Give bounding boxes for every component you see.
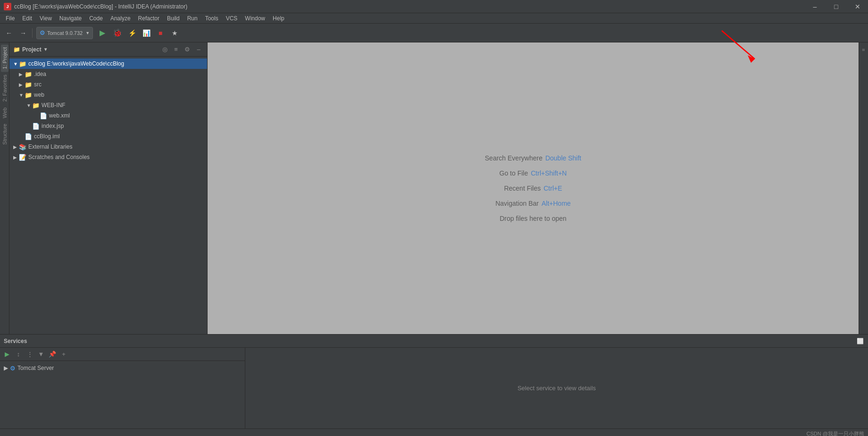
tab-web[interactable]: Web [1, 105, 8, 121]
right-icons: ≡ [859, 42, 868, 334]
services-tree: ▶ ⚙ Tomcat Server [0, 361, 245, 428]
services-right-panel: Select service to view details [245, 348, 868, 428]
minimize-button[interactable]: – [804, 0, 826, 13]
menu-view[interactable]: View [36, 13, 56, 24]
tab-favorites[interactable]: 2: Favorites [1, 72, 8, 104]
hint-nav-bar: Navigation Bar Alt+Home [495, 200, 571, 207]
menu-refactor[interactable]: Refactor [134, 13, 163, 24]
tree-arrow-idea: ▶ [19, 72, 25, 77]
services-header-icons: ⬜ [856, 337, 864, 345]
tab-project[interactable]: 1: Project [1, 44, 8, 72]
settings-button[interactable]: ⚙ [183, 45, 192, 54]
tree-arrow-webinf: ▼ [26, 103, 32, 108]
tree-label-src: src [34, 81, 42, 88]
tree-label-scratches: Scratches and Consoles [28, 154, 90, 160]
tree-label-webinf: WEB-INF [42, 102, 66, 109]
services-panel: Services ⬜ ▶ ↕ ⋮ ▼ 📌 + ▶ ⚙ [0, 334, 868, 428]
tree-item-webinf[interactable]: ▼ 📁 WEB-INF [9, 100, 207, 110]
project-panel: 📁 Project ▼ ◎ ≡ ⚙ – ▼ 📁 ccBlog E:\wor [9, 42, 208, 334]
jsp-icon: 📄 [32, 123, 40, 130]
services-maximize-button[interactable]: ⬜ [856, 337, 864, 345]
tab-structure[interactable]: Structure [1, 121, 8, 148]
menu-navigate[interactable]: Navigate [56, 13, 85, 24]
tree-item-ccblogiml[interactable]: 📄 ccBlog.iml [9, 131, 207, 142]
folder-webinf-icon: 📁 [32, 102, 40, 109]
services-panel-header: Services ⬜ [0, 335, 868, 348]
scratches-icon: 📝 [19, 154, 26, 161]
project-label: Project [22, 46, 42, 53]
config-dropdown-arrow: ▼ [85, 31, 90, 35]
menu-analyze[interactable]: Analyze [107, 13, 134, 24]
hint-shortcut-recent: Ctrl+E [543, 184, 562, 192]
right-icon-1[interactable]: ≡ [859, 45, 868, 55]
close-button[interactable]: ✕ [847, 0, 868, 13]
run-config-selector[interactable]: ⚙ Tomcat 9.0.732 ▼ [36, 27, 93, 39]
menu-code[interactable]: Code [85, 13, 107, 24]
services-run-button[interactable]: ▶ [2, 349, 12, 360]
menu-edit[interactable]: Edit [18, 13, 36, 24]
window-title: ccBlog [E:\works\javaWebCode\ccBlog] - I… [14, 3, 187, 10]
project-dropdown-arrow[interactable]: ▼ [43, 47, 48, 52]
hint-text-search: Search Everywhere [485, 154, 542, 162]
menu-run[interactable]: Run [184, 13, 201, 24]
profile-button[interactable]: 📊 [140, 26, 153, 40]
services-item-tomcat[interactable]: ▶ ⚙ Tomcat Server [2, 363, 243, 373]
hint-text-nav: Navigation Bar [495, 200, 539, 207]
hint-text-goto: Go to File [500, 169, 528, 177]
menu-build[interactable]: Build [163, 13, 184, 24]
tree-item-webxml[interactable]: 📄 web.xml [9, 110, 207, 121]
folder-web-icon: 📁 [25, 92, 32, 99]
tree-label-web: web [34, 92, 44, 98]
services-pin-button[interactable]: 📌 [47, 349, 58, 360]
menu-help[interactable]: Help [269, 13, 288, 24]
title-bar: J ccBlog [E:\works\javaWebCode\ccBlog] -… [0, 0, 868, 13]
left-tab-strip: 1: Project 2: Favorites Web Structure [0, 42, 9, 334]
tree-item-scratches[interactable]: ▶ 📝 Scratches and Consoles [9, 152, 207, 162]
tree-item-ccblog-root[interactable]: ▼ 📁 ccBlog E:\works\javaWebCode\ccBlog [9, 59, 207, 69]
forward-button[interactable]: → [17, 26, 30, 40]
hint-shortcut-nav: Alt+Home [542, 200, 571, 207]
hide-button[interactable]: – [194, 45, 203, 54]
services-filter-button[interactable]: ▼ [36, 349, 46, 360]
hint-recent-files: Recent Files Ctrl+E [504, 184, 562, 192]
locate-button[interactable]: ◎ [160, 45, 169, 54]
project-tree: ▼ 📁 ccBlog E:\works\javaWebCode\ccBlog ▶… [9, 57, 207, 334]
toolbar: ← → ⚙ Tomcat 9.0.732 ▼ ▶ 🐞 ⚡ 📊 ■ ★ [0, 24, 868, 42]
services-expand-arrow: ▶ [4, 365, 8, 371]
services-group-button[interactable]: ⋮ [25, 349, 35, 360]
run-button[interactable]: ▶ [96, 26, 109, 40]
tree-arrow-web: ▼ [19, 92, 25, 98]
tree-item-extlibs[interactable]: ▶ 📚 External Libraries [9, 142, 207, 152]
services-content: ▶ ↕ ⋮ ▼ 📌 + ▶ ⚙ Tomcat Server Select ser… [0, 348, 868, 428]
menu-vcs[interactable]: VCS [222, 13, 242, 24]
collapse-button[interactable]: ≡ [171, 45, 181, 54]
tomcat-server-icon: ⚙ [10, 365, 16, 372]
tree-item-src[interactable]: ▶ 📁 src [9, 79, 207, 90]
tree-item-indexjsp[interactable]: 📄 index.jsp [9, 121, 207, 131]
menu-tools[interactable]: Tools [201, 13, 222, 24]
tree-item-web[interactable]: ▼ 📁 web [9, 90, 207, 100]
menu-window[interactable]: Window [241, 13, 269, 24]
tree-item-idea[interactable]: ▶ 📁 .idea [9, 69, 207, 79]
content-area: 1: Project 2: Favorites Web Structure 📁 … [0, 42, 868, 334]
services-placeholder-text: Select service to view details [517, 385, 596, 392]
services-sort-button[interactable]: ↕ [13, 349, 24, 360]
stop-button[interactable]: ■ [154, 26, 167, 40]
project-panel-header: 📁 Project ▼ ◎ ≡ ⚙ – [9, 42, 207, 57]
services-toolbar: ▶ ↕ ⋮ ▼ 📌 + [0, 348, 245, 361]
back-button[interactable]: ← [2, 26, 16, 40]
menu-file[interactable]: File [2, 13, 18, 24]
coverage-button[interactable]: ⚡ [125, 26, 139, 40]
tree-arrow-src: ▶ [19, 82, 25, 87]
folder-idea-icon: 📁 [25, 71, 32, 78]
hint-drop-files: Drop files here to open [500, 215, 567, 222]
services-title: Services [4, 338, 27, 344]
project-folder-icon: 📁 [13, 46, 20, 53]
hint-shortcut-goto: Ctrl+Shift+N [531, 169, 567, 177]
project-root-icon: 📁 [19, 60, 26, 67]
debug-button[interactable]: 🐞 [111, 26, 124, 40]
maximize-button[interactable]: □ [826, 0, 847, 13]
bookmark-button[interactable]: ★ [168, 26, 181, 40]
hint-shortcut-search: Double Shift [545, 154, 581, 162]
services-add-button[interactable]: + [58, 349, 69, 360]
